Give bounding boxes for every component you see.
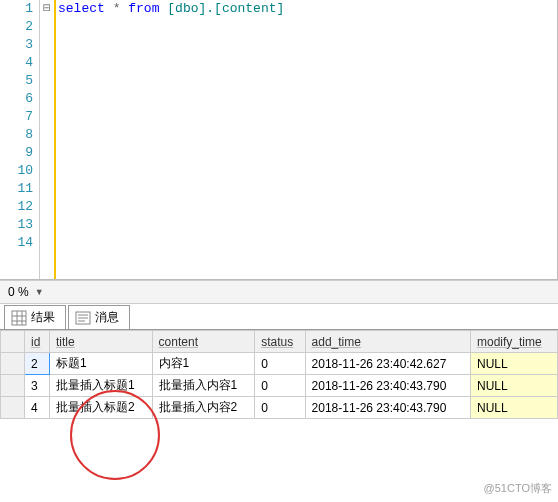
line-number: 6 xyxy=(0,90,35,108)
col-id[interactable]: id xyxy=(25,331,50,353)
cell-id[interactable]: 3 xyxy=(25,375,50,397)
cell-add-time[interactable]: 2018-11-26 23:40:43.790 xyxy=(305,397,470,419)
line-number: 8 xyxy=(0,126,35,144)
cell-content[interactable]: 批量插入内容1 xyxy=(152,375,255,397)
row-number[interactable] xyxy=(1,397,25,419)
line-number-gutter: 1 2 3 4 5 6 7 8 9 10 11 12 13 14 xyxy=(0,0,40,279)
grid-icon xyxy=(11,310,27,326)
result-tabs: 结果 消息 xyxy=(0,304,558,330)
cell-id[interactable]: 4 xyxy=(25,397,50,419)
line-number: 13 xyxy=(0,216,35,234)
zoom-level[interactable]: 0 % xyxy=(4,283,33,301)
table-row[interactable]: 3 批量插入标题1 批量插入内容1 0 2018-11-26 23:40:43.… xyxy=(1,375,558,397)
svg-rect-0 xyxy=(12,311,26,325)
row-header-blank xyxy=(1,331,25,353)
line-number: 1 xyxy=(0,0,35,18)
col-status[interactable]: status xyxy=(255,331,305,353)
line-number: 7 xyxy=(0,108,35,126)
messages-icon xyxy=(75,310,91,326)
keyword: from xyxy=(128,1,159,16)
cell-status[interactable]: 0 xyxy=(255,397,305,419)
operator: * xyxy=(113,1,121,16)
row-number[interactable] xyxy=(1,353,25,375)
line-number: 4 xyxy=(0,54,35,72)
cell-add-time[interactable]: 2018-11-26 23:40:42.627 xyxy=(305,353,470,375)
cell-content[interactable]: 批量插入内容2 xyxy=(152,397,255,419)
cell-title[interactable]: 标题1 xyxy=(50,353,153,375)
table-row[interactable]: 2 标题1 内容1 0 2018-11-26 23:40:42.627 NULL xyxy=(1,353,558,375)
line-number: 11 xyxy=(0,180,35,198)
col-title[interactable]: title xyxy=(50,331,153,353)
cell-id[interactable]: 2 xyxy=(25,353,50,375)
cell-modify-time[interactable]: NULL xyxy=(471,375,558,397)
tab-results-label: 结果 xyxy=(31,309,55,326)
cell-content[interactable]: 内容1 xyxy=(152,353,255,375)
sql-editor[interactable]: 1 2 3 4 5 6 7 8 9 10 11 12 13 14 ⊟ selec… xyxy=(0,0,558,280)
code-area[interactable]: select * from [dbo].[content] xyxy=(54,0,557,279)
watermark: @51CTO博客 xyxy=(484,481,552,496)
line-number: 3 xyxy=(0,36,35,54)
line-number: 5 xyxy=(0,72,35,90)
col-add-time[interactable]: add_time xyxy=(305,331,470,353)
code-line[interactable]: select * from [dbo].[content] xyxy=(58,0,557,18)
table-row[interactable]: 4 批量插入标题2 批量插入内容2 0 2018-11-26 23:40:43.… xyxy=(1,397,558,419)
line-number: 14 xyxy=(0,234,35,252)
line-number: 2 xyxy=(0,18,35,36)
keyword: select xyxy=(58,1,105,16)
line-number: 9 xyxy=(0,144,35,162)
cell-status[interactable]: 0 xyxy=(255,353,305,375)
tab-messages[interactable]: 消息 xyxy=(68,305,130,329)
chevron-down-icon[interactable]: ▼ xyxy=(35,287,44,297)
cell-modify-time[interactable]: NULL xyxy=(471,353,558,375)
cell-add-time[interactable]: 2018-11-26 23:40:43.790 xyxy=(305,375,470,397)
fold-marker-icon[interactable]: ⊟ xyxy=(40,0,54,18)
cell-title[interactable]: 批量插入标题1 xyxy=(50,375,153,397)
row-number[interactable] xyxy=(1,375,25,397)
object-name: [dbo].[content] xyxy=(167,1,284,16)
cell-modify-time[interactable]: NULL xyxy=(471,397,558,419)
cell-title[interactable]: 批量插入标题2 xyxy=(50,397,153,419)
tab-messages-label: 消息 xyxy=(95,309,119,326)
zoom-bar: 0 % ▼ xyxy=(0,280,558,304)
tab-results[interactable]: 结果 xyxy=(4,305,66,329)
cell-status[interactable]: 0 xyxy=(255,375,305,397)
results-grid[interactable]: id title content status add_time modify_… xyxy=(0,330,558,419)
line-number: 10 xyxy=(0,162,35,180)
line-number: 12 xyxy=(0,198,35,216)
col-content[interactable]: content xyxy=(152,331,255,353)
header-row: id title content status add_time modify_… xyxy=(1,331,558,353)
fold-gutter: ⊟ xyxy=(40,0,54,279)
col-modify-time[interactable]: modify_time xyxy=(471,331,558,353)
